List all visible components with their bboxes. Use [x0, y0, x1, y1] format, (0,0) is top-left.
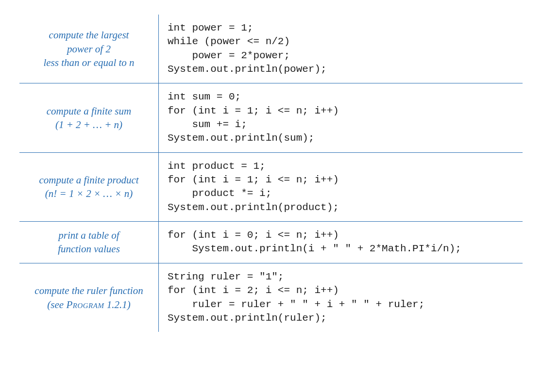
description-cell: compute the largestpower of 2less than o… [19, 15, 159, 83]
code-examples-table: compute the largestpower of 2less than o… [19, 15, 523, 332]
description-cell: compute a finite product(n! = 1 × 2 × … … [19, 152, 159, 221]
table-row: compute a finite sum(1 + 2 + … + n) int … [19, 83, 523, 152]
code-cell: int sum = 0; for (int i = 1; i <= n; i++… [159, 83, 523, 152]
table-row: compute the largestpower of 2less than o… [19, 15, 523, 83]
table-row: compute a finite product(n! = 1 × 2 × … … [19, 152, 523, 221]
table-row: print a table offunction values for (int… [19, 222, 523, 263]
code-cell: int power = 1; while (power <= n/2) powe… [159, 15, 523, 83]
description-cell: print a table offunction values [19, 222, 159, 263]
description-cell: compute a finite sum(1 + 2 + … + n) [19, 83, 159, 152]
code-cell: int product = 1; for (int i = 1; i <= n;… [159, 152, 523, 221]
code-cell: String ruler = "1"; for (int i = 2; i <=… [159, 263, 523, 332]
description-cell: compute the ruler function(see Program 1… [19, 263, 159, 332]
table-row: compute the ruler function(see Program 1… [19, 263, 523, 332]
code-cell: for (int i = 0; i <= n; i++) System.out.… [159, 222, 523, 263]
